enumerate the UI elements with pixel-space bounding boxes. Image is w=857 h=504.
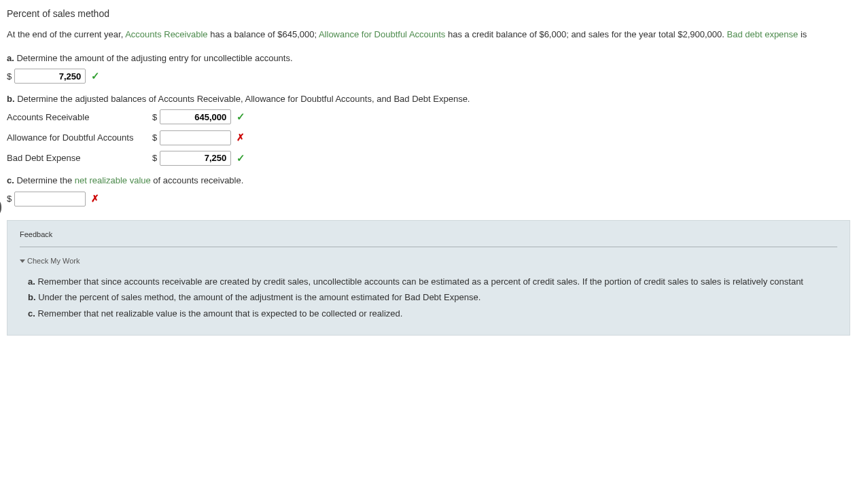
answer-input-c[interactable] — [14, 192, 86, 206]
chevron-down-icon — [20, 259, 25, 263]
intro-part: is — [798, 29, 807, 39]
hint-letter: b. — [28, 292, 36, 302]
page-edge-paren: ) — [0, 192, 2, 220]
letter-a: a. — [7, 53, 14, 63]
check-my-work-label: Check My Work — [27, 255, 80, 267]
term-bad-debt-expense: Bad debt expense — [727, 29, 799, 39]
feedback-box: Feedback Check My Work a. Remember that … — [7, 220, 850, 336]
page-title: Percent of sales method — [7, 7, 850, 21]
answer-row-a: $ ✓ — [7, 69, 850, 84]
dollar-sign: $ — [152, 151, 157, 165]
term-accounts-receivable: Accounts Receivable — [125, 29, 207, 39]
label-bad-debt: Bad Debt Expense — [7, 151, 150, 165]
hint-text: Under the percent of sales method, the a… — [36, 292, 481, 302]
answer-row-c: $ ✗ — [7, 192, 850, 206]
dollar-sign: $ — [152, 111, 157, 124]
answer-input-a[interactable] — [14, 69, 86, 84]
question-c-prompt: c. Determine the net realizable value of… — [7, 174, 850, 187]
question-c: c. Determine the net realizable value of… — [7, 174, 850, 206]
term-allowance-doubtful: Allowance for Doubtful Accounts — [319, 29, 445, 39]
letter-b: b. — [7, 94, 15, 104]
hint-letter: c. — [28, 308, 35, 319]
prompt-a-text: Determine the amount of the adjusting en… — [14, 53, 293, 63]
x-icon: ✗ — [91, 192, 99, 206]
check-my-work-toggle[interactable]: Check My Work — [20, 255, 837, 267]
intro-text: At the end of the current year, Accounts… — [7, 28, 850, 41]
row-allowance: Allowance for Doubtful Accounts $ ✗ — [7, 130, 850, 145]
row-bad-debt: Bad Debt Expense $ ✓ — [7, 151, 850, 166]
hint-a: a. Remember that since accounts receivab… — [28, 275, 837, 289]
intro-part: has a credit balance of $6,000; and sale… — [445, 29, 727, 39]
x-icon: ✗ — [237, 130, 245, 145]
question-b: b. Determine the adjusted balances of Ac… — [7, 92, 850, 166]
prompt-c-part: Determine the — [14, 175, 75, 185]
hint-text: Remember that net realizable value is th… — [35, 308, 403, 319]
feedback-title: Feedback — [20, 229, 837, 248]
letter-c: c. — [7, 175, 14, 185]
label-ar: Accounts Receivable — [7, 111, 150, 124]
prompt-b-text: Determine the adjusted balances of Accou… — [15, 94, 470, 104]
hint-c: c. Remember that net realizable value is… — [28, 307, 837, 321]
term-net-realizable: net realizable value — [75, 175, 151, 185]
label-allowance: Allowance for Doubtful Accounts — [7, 131, 150, 145]
dollar-sign: $ — [152, 131, 157, 145]
check-icon: ✓ — [91, 69, 100, 84]
question-a: a. Determine the amount of the adjusting… — [7, 52, 850, 84]
answer-input-allowance[interactable] — [160, 130, 231, 145]
row-accounts-receivable: Accounts Receivable $ ✓ — [7, 109, 850, 125]
question-b-prompt: b. Determine the adjusted balances of Ac… — [7, 92, 850, 106]
intro-part: has a balance of $645,000; — [208, 29, 319, 39]
hint-text: Remember that since accounts receivable … — [35, 276, 803, 287]
check-icon: ✓ — [237, 151, 245, 166]
prompt-c-part: of accounts receivable. — [151, 175, 244, 185]
hint-b: b. Under the percent of sales method, th… — [28, 291, 837, 304]
intro-part: At the end of the current year, — [7, 29, 125, 39]
check-icon: ✓ — [237, 109, 245, 125]
answer-input-ar[interactable] — [160, 109, 231, 124]
dollar-sign: $ — [7, 192, 12, 206]
dollar-sign: $ — [7, 70, 12, 84]
answer-input-bad-debt[interactable] — [160, 151, 231, 166]
hint-letter: a. — [28, 276, 35, 287]
question-a-prompt: a. Determine the amount of the adjusting… — [7, 52, 850, 65]
